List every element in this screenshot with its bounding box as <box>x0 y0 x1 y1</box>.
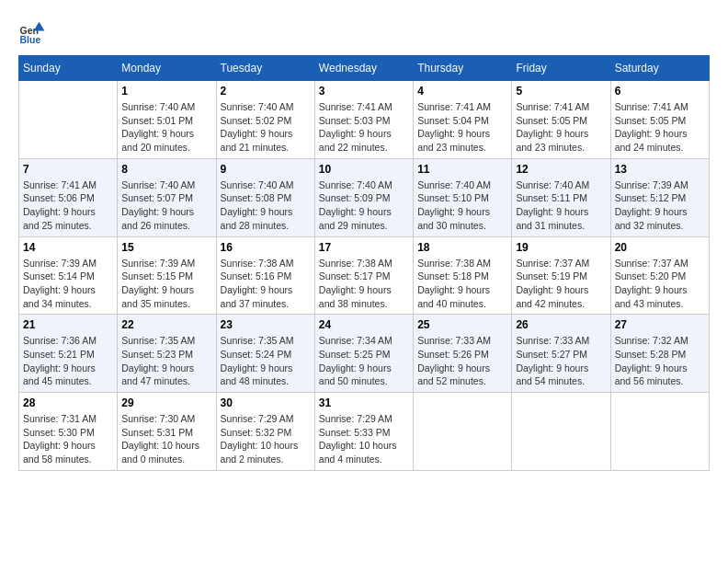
day-number: 31 <box>319 396 409 409</box>
day-info: Sunrise: 7:40 AMSunset: 5:09 PMDaylight:… <box>319 178 409 233</box>
calendar-cell: 31Sunrise: 7:29 AMSunset: 5:33 PMDayligh… <box>314 393 413 471</box>
day-number: 24 <box>319 318 409 331</box>
page-header: Gen Blue <box>18 18 710 46</box>
day-info: Sunrise: 7:33 AMSunset: 5:26 PMDaylight:… <box>417 334 507 388</box>
day-info: Sunrise: 7:35 AMSunset: 5:24 PMDaylight:… <box>221 334 311 388</box>
col-header-thursday: Thursday <box>414 56 512 81</box>
calendar-cell: 22Sunrise: 7:35 AMSunset: 5:23 PMDayligh… <box>118 315 216 393</box>
day-info: Sunrise: 7:41 AMSunset: 5:04 PMDaylight:… <box>417 100 507 155</box>
day-info: Sunrise: 7:40 AMSunset: 5:07 PMDaylight:… <box>121 178 211 233</box>
day-info: Sunrise: 7:36 AMSunset: 5:21 PMDaylight:… <box>23 334 113 388</box>
day-info: Sunrise: 7:40 AMSunset: 5:08 PMDaylight:… <box>221 178 311 233</box>
calendar-cell: 14Sunrise: 7:39 AMSunset: 5:14 PMDayligh… <box>19 236 118 315</box>
calendar-cell: 25Sunrise: 7:33 AMSunset: 5:26 PMDayligh… <box>414 315 512 393</box>
calendar-cell: 11Sunrise: 7:40 AMSunset: 5:10 PMDayligh… <box>414 158 512 236</box>
col-header-friday: Friday <box>512 56 610 81</box>
calendar-cell: 26Sunrise: 7:33 AMSunset: 5:27 PMDayligh… <box>512 315 610 393</box>
col-header-sunday: Sunday <box>19 56 118 81</box>
calendar-cell: 21Sunrise: 7:36 AMSunset: 5:21 PMDayligh… <box>19 315 118 393</box>
calendar-cell <box>414 393 512 471</box>
day-number: 17 <box>319 241 409 254</box>
day-number: 10 <box>319 163 409 176</box>
day-info: Sunrise: 7:37 AMSunset: 5:19 PMDaylight:… <box>516 257 606 311</box>
calendar-cell: 1Sunrise: 7:40 AMSunset: 5:01 PMDaylight… <box>118 81 216 159</box>
calendar-week-3: 14Sunrise: 7:39 AMSunset: 5:14 PMDayligh… <box>19 236 710 315</box>
day-number: 26 <box>516 318 606 331</box>
calendar-cell: 20Sunrise: 7:37 AMSunset: 5:20 PMDayligh… <box>610 236 709 315</box>
day-info: Sunrise: 7:40 AMSunset: 5:11 PMDaylight:… <box>516 178 606 233</box>
calendar-cell: 24Sunrise: 7:34 AMSunset: 5:25 PMDayligh… <box>314 315 413 393</box>
day-number: 13 <box>615 163 705 176</box>
calendar-cell: 15Sunrise: 7:39 AMSunset: 5:15 PMDayligh… <box>118 236 216 315</box>
col-header-tuesday: Tuesday <box>216 56 314 81</box>
day-info: Sunrise: 7:40 AMSunset: 5:01 PMDaylight:… <box>121 100 211 155</box>
day-number: 23 <box>221 318 311 331</box>
day-number: 29 <box>121 396 211 409</box>
day-number: 22 <box>121 318 211 331</box>
day-info: Sunrise: 7:41 AMSunset: 5:05 PMDaylight:… <box>615 100 705 155</box>
day-info: Sunrise: 7:41 AMSunset: 5:05 PMDaylight:… <box>516 100 606 155</box>
day-info: Sunrise: 7:31 AMSunset: 5:30 PMDaylight:… <box>23 412 113 466</box>
day-number: 28 <box>23 396 113 409</box>
col-header-saturday: Saturday <box>610 56 709 81</box>
day-number: 9 <box>221 163 311 176</box>
day-number: 20 <box>615 241 705 254</box>
day-number: 12 <box>516 163 606 176</box>
calendar-cell: 13Sunrise: 7:39 AMSunset: 5:12 PMDayligh… <box>610 158 709 236</box>
day-info: Sunrise: 7:38 AMSunset: 5:17 PMDaylight:… <box>319 257 409 311</box>
calendar-table: SundayMondayTuesdayWednesdayThursdayFrid… <box>18 55 710 471</box>
calendar-cell <box>19 81 118 159</box>
day-info: Sunrise: 7:29 AMSunset: 5:32 PMDaylight:… <box>221 412 311 466</box>
day-info: Sunrise: 7:41 AMSunset: 5:03 PMDaylight:… <box>319 100 409 155</box>
day-number: 7 <box>23 163 113 176</box>
calendar-cell: 2Sunrise: 7:40 AMSunset: 5:02 PMDaylight… <box>216 81 314 159</box>
calendar-cell: 29Sunrise: 7:30 AMSunset: 5:31 PMDayligh… <box>118 393 216 471</box>
calendar-cell: 28Sunrise: 7:31 AMSunset: 5:30 PMDayligh… <box>19 393 118 471</box>
calendar-cell: 7Sunrise: 7:41 AMSunset: 5:06 PMDaylight… <box>19 158 118 236</box>
day-number: 6 <box>615 85 705 98</box>
day-number: 14 <box>23 241 113 254</box>
day-info: Sunrise: 7:41 AMSunset: 5:06 PMDaylight:… <box>23 178 113 233</box>
col-header-wednesday: Wednesday <box>314 56 413 81</box>
day-number: 8 <box>121 163 211 176</box>
day-info: Sunrise: 7:40 AMSunset: 5:10 PMDaylight:… <box>417 178 507 233</box>
calendar-cell: 23Sunrise: 7:35 AMSunset: 5:24 PMDayligh… <box>216 315 314 393</box>
day-number: 15 <box>121 241 211 254</box>
calendar-cell: 27Sunrise: 7:32 AMSunset: 5:28 PMDayligh… <box>610 315 709 393</box>
col-header-monday: Monday <box>118 56 216 81</box>
day-info: Sunrise: 7:40 AMSunset: 5:02 PMDaylight:… <box>221 100 311 155</box>
calendar-cell: 5Sunrise: 7:41 AMSunset: 5:05 PMDaylight… <box>512 81 610 159</box>
day-number: 11 <box>417 163 507 176</box>
calendar-cell: 6Sunrise: 7:41 AMSunset: 5:05 PMDaylight… <box>610 81 709 159</box>
day-number: 18 <box>417 241 507 254</box>
calendar-cell: 12Sunrise: 7:40 AMSunset: 5:11 PMDayligh… <box>512 158 610 236</box>
calendar-week-2: 7Sunrise: 7:41 AMSunset: 5:06 PMDaylight… <box>19 158 710 236</box>
calendar-cell: 19Sunrise: 7:37 AMSunset: 5:19 PMDayligh… <box>512 236 610 315</box>
day-info: Sunrise: 7:38 AMSunset: 5:18 PMDaylight:… <box>417 257 507 311</box>
day-info: Sunrise: 7:37 AMSunset: 5:20 PMDaylight:… <box>615 257 705 311</box>
day-info: Sunrise: 7:33 AMSunset: 5:27 PMDaylight:… <box>516 334 606 388</box>
calendar-cell: 8Sunrise: 7:40 AMSunset: 5:07 PMDaylight… <box>118 158 216 236</box>
day-info: Sunrise: 7:29 AMSunset: 5:33 PMDaylight:… <box>319 412 409 466</box>
calendar-week-4: 21Sunrise: 7:36 AMSunset: 5:21 PMDayligh… <box>19 315 710 393</box>
calendar-cell: 16Sunrise: 7:38 AMSunset: 5:16 PMDayligh… <box>216 236 314 315</box>
calendar-cell: 18Sunrise: 7:38 AMSunset: 5:18 PMDayligh… <box>414 236 512 315</box>
day-number: 21 <box>23 318 113 331</box>
calendar-week-1: 1Sunrise: 7:40 AMSunset: 5:01 PMDaylight… <box>19 81 710 159</box>
day-number: 16 <box>221 241 311 254</box>
svg-text:Blue: Blue <box>20 34 41 45</box>
calendar-header: SundayMondayTuesdayWednesdayThursdayFrid… <box>19 56 710 81</box>
day-info: Sunrise: 7:38 AMSunset: 5:16 PMDaylight:… <box>221 257 311 311</box>
day-info: Sunrise: 7:35 AMSunset: 5:23 PMDaylight:… <box>121 334 211 388</box>
calendar-week-5: 28Sunrise: 7:31 AMSunset: 5:30 PMDayligh… <box>19 393 710 471</box>
calendar-cell: 30Sunrise: 7:29 AMSunset: 5:32 PMDayligh… <box>216 393 314 471</box>
day-number: 5 <box>516 85 606 98</box>
day-number: 1 <box>121 85 211 98</box>
logo: Gen Blue <box>18 18 50 46</box>
day-number: 3 <box>319 85 409 98</box>
calendar-body: 1Sunrise: 7:40 AMSunset: 5:01 PMDaylight… <box>19 81 710 471</box>
calendar-cell <box>512 393 610 471</box>
day-info: Sunrise: 7:32 AMSunset: 5:28 PMDaylight:… <box>615 334 705 388</box>
day-info: Sunrise: 7:30 AMSunset: 5:31 PMDaylight:… <box>121 412 211 466</box>
day-info: Sunrise: 7:39 AMSunset: 5:12 PMDaylight:… <box>615 178 705 233</box>
